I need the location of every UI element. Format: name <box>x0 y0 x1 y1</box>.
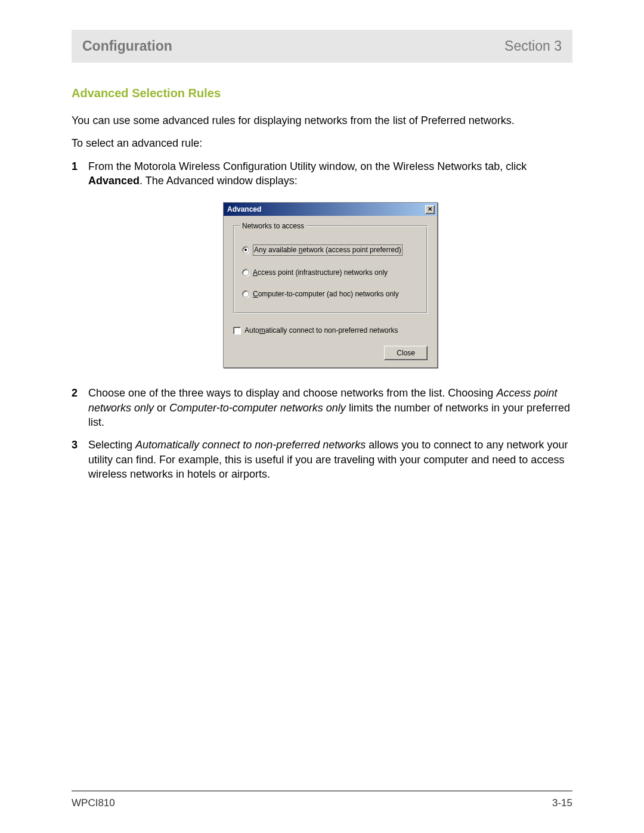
advanced-dialog: Advanced ✕ Networks to access Any availa… <box>223 202 438 368</box>
checkbox-icon <box>233 327 241 335</box>
step-1: From the Motorola Wireless Configuration… <box>72 159 572 368</box>
step-1-text-a: From the Motorola Wireless Configuration… <box>88 160 527 172</box>
dialog-title: Advanced <box>227 205 261 214</box>
step-2: Choose one of the three ways to display … <box>72 386 572 429</box>
step-1-bold: Advanced <box>88 175 140 187</box>
radio-option-adhoc[interactable]: Computer-to-computer (ad hoc) networks o… <box>242 289 419 299</box>
step-3: Selecting Automatically connect to non-p… <box>72 438 572 481</box>
step-2-italic-2: Computer-to-computer networks only <box>169 402 346 414</box>
radio-label-ap: Access point (infrastructure) networks o… <box>253 268 388 277</box>
dialog-titlebar: Advanced ✕ <box>224 203 437 216</box>
intro-paragraph-1: You can use some advanced rules for disp… <box>72 113 572 128</box>
checkbox-label: Automatically connect to non-preferred n… <box>244 326 398 335</box>
radio-option-ap[interactable]: Access point (infrastructure) networks o… <box>242 268 419 277</box>
radio-option-any[interactable]: Any available network (access point pref… <box>242 244 419 255</box>
header-section: Section 3 <box>504 38 562 54</box>
subheading: Advanced Selection Rules <box>72 86 572 100</box>
radio-icon <box>242 269 249 276</box>
radio-label-adhoc: Computer-to-computer (ad hoc) networks o… <box>253 289 399 299</box>
radio-icon <box>242 246 249 253</box>
networks-groupbox: Networks to access Any available network… <box>233 225 428 314</box>
step-2-text-b: or <box>154 402 169 414</box>
step-3-text-a: Selecting <box>88 439 135 451</box>
page-header: Configuration Section 3 <box>72 30 572 63</box>
radio-label-any: Any available network (access point pref… <box>253 244 402 255</box>
dialog-body: Networks to access Any available network… <box>224 216 437 367</box>
auto-connect-checkbox[interactable]: Automatically connect to non-preferred n… <box>233 326 428 335</box>
close-button[interactable]: Close <box>384 346 428 360</box>
header-title: Configuration <box>82 38 172 54</box>
step-2-text-a: Choose one of the three ways to display … <box>88 387 496 399</box>
footer-page: 3-15 <box>552 797 572 809</box>
step-3-italic: Automatically connect to non-preferred n… <box>135 439 366 451</box>
close-icon[interactable]: ✕ <box>425 205 435 214</box>
step-1-text-c: . The Advanced window displays: <box>140 175 298 187</box>
intro-paragraph-2: To select an advanced rule: <box>72 136 572 150</box>
radio-icon <box>242 290 249 298</box>
footer-model: WPCI810 <box>72 797 115 809</box>
groupbox-legend: Networks to access <box>240 221 306 231</box>
page-footer: WPCI810 3-15 <box>72 791 572 809</box>
